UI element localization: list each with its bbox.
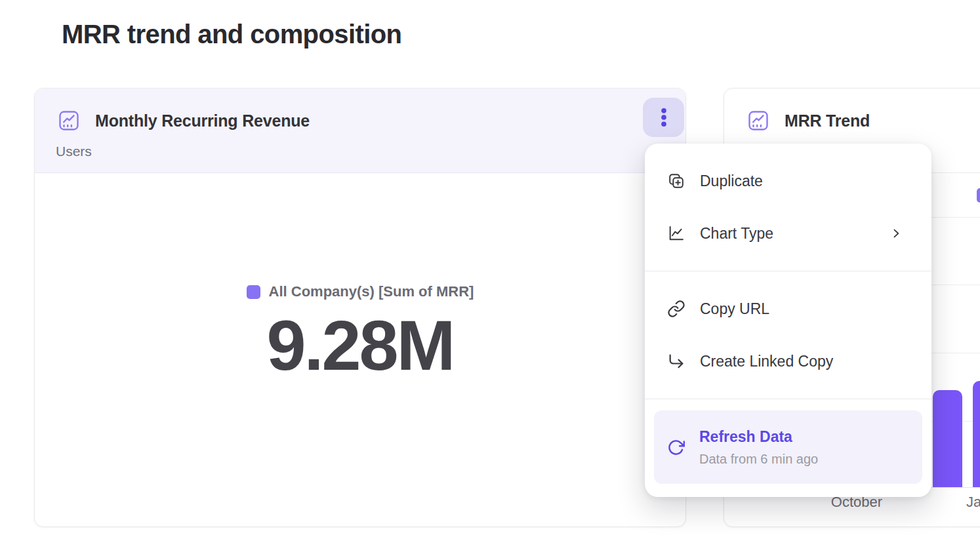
link-icon xyxy=(667,300,685,318)
menu-divider xyxy=(645,271,931,271)
mrr-value: 9.28M xyxy=(266,307,453,385)
trend-card-title: MRR Trend xyxy=(785,111,870,130)
duplicate-icon xyxy=(667,172,685,190)
chevron-right-icon xyxy=(889,227,903,240)
line-chart-icon xyxy=(746,109,770,132)
bar xyxy=(933,390,962,487)
menu-item-create-linked-copy[interactable]: Create Linked Copy xyxy=(645,335,931,387)
menu-item-duplicate[interactable]: Duplicate xyxy=(645,155,931,207)
mrr-card-header: Monthly Recurring Revenue Users xyxy=(35,89,685,173)
menu-divider xyxy=(645,399,931,399)
mrr-card-title: Monthly Recurring Revenue xyxy=(95,111,310,130)
menu-item-label: Copy URL xyxy=(700,300,769,318)
x-tick-label: Ja xyxy=(966,494,980,511)
mrr-card: Monthly Recurring Revenue Users All Comp… xyxy=(34,88,686,527)
line-chart-icon xyxy=(57,109,81,132)
trend-legend-swatch xyxy=(977,188,980,203)
refresh-label: Refresh Data xyxy=(699,428,818,446)
menu-item-label: Duplicate xyxy=(700,172,763,190)
card-menu-button[interactable] xyxy=(643,98,684,137)
card-context-menu: Duplicate Chart Type Copy URL xyxy=(645,144,931,497)
legend-label: All Company(s) [Sum of MRR] xyxy=(269,283,474,300)
menu-item-label: Chart Type xyxy=(700,225,773,243)
menu-item-copy-url[interactable]: Copy URL xyxy=(645,283,931,335)
menu-item-chart-type[interactable]: Chart Type xyxy=(645,207,931,260)
page-title: MRR trend and composition xyxy=(62,20,401,49)
corner-down-right-arrow-icon xyxy=(667,352,685,370)
kebab-vertical-icon xyxy=(653,106,675,129)
legend-swatch xyxy=(247,285,260,299)
refresh-icon xyxy=(667,439,685,456)
mrr-legend: All Company(s) [Sum of MRR] xyxy=(247,283,474,300)
mrr-card-subtitle: Users xyxy=(56,144,92,159)
mrr-card-body: All Company(s) [Sum of MRR] 9.28M xyxy=(35,173,685,526)
menu-item-refresh-data[interactable]: Refresh Data Data from 6 min ago xyxy=(654,410,922,484)
refresh-timestamp: Data from 6 min ago xyxy=(699,452,818,467)
bar xyxy=(973,381,980,487)
chart-type-icon xyxy=(667,224,685,243)
menu-item-label: Create Linked Copy xyxy=(700,353,833,370)
